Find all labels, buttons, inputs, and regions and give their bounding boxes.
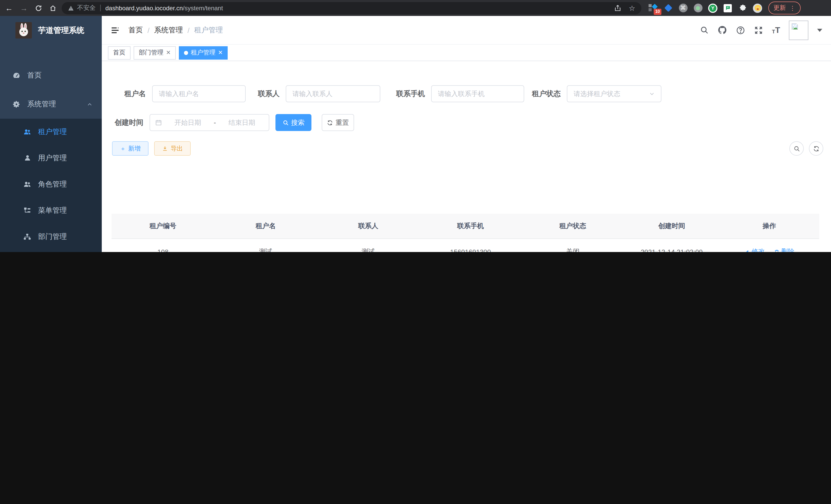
sidebar-item-role[interactable]: 角色管理	[0, 171, 102, 197]
sitemap-icon	[23, 233, 32, 241]
search-button[interactable]: 搜索	[276, 114, 311, 131]
col-contact: 联系人	[317, 214, 419, 239]
tenant-name-input[interactable]	[152, 85, 246, 102]
date-range-picker[interactable]: 开始日期 - 结束日期	[149, 114, 269, 131]
sidebar-item-label: 首页	[27, 71, 41, 80]
update-label: 更新	[773, 4, 786, 12]
browser-toolbar: ← → 不安全 dashboard.yudao.iocoder.cn/syste…	[0, 0, 831, 16]
sidebar-item-label: 菜单管理	[38, 206, 67, 215]
url-bar[interactable]: 不安全 dashboard.yudao.iocoder.cn/system/te…	[62, 2, 641, 14]
date-end-placeholder: 结束日期	[220, 118, 264, 127]
status-select[interactable]: 请选择租户状态	[567, 85, 661, 102]
date-start-placeholder: 开始日期	[166, 118, 210, 127]
user-avatar[interactable]	[789, 20, 808, 40]
reset-label: 重置	[336, 118, 349, 127]
github-icon[interactable]	[717, 25, 727, 35]
cell-status: 关闭	[522, 239, 624, 252]
font-size-icon[interactable]: TT	[772, 26, 780, 34]
chevron-up-icon	[87, 101, 92, 107]
extension-record-icon[interactable]	[693, 3, 703, 12]
security-label: 不安全	[77, 4, 95, 12]
url-path: /system/tenant	[183, 4, 223, 11]
sidebar-item-system[interactable]: 系统管理	[0, 90, 102, 119]
status-placeholder: 请选择租户状态	[574, 89, 620, 98]
broken-image-icon	[791, 22, 799, 30]
download-icon	[162, 145, 168, 152]
extension-command-icon[interactable]: ⌘	[678, 3, 688, 12]
back-icon[interactable]: ←	[5, 0, 13, 16]
edit-button[interactable]: 修改	[744, 247, 765, 252]
tab-dept[interactable]: 部门管理 ✕	[134, 46, 176, 59]
content: 租户名 联系人 联系手机 租户状态	[102, 62, 831, 252]
add-button[interactable]: ＋ 新增	[112, 141, 148, 156]
url-divider	[100, 5, 101, 11]
delete-button[interactable]: 删除	[774, 247, 795, 252]
contact-input[interactable]	[286, 85, 380, 102]
extension-grid-icon[interactable]: 10	[649, 3, 658, 12]
extension-kite-icon[interactable]	[663, 3, 673, 12]
filter-label-status: 租户状态	[532, 89, 561, 98]
browser-menu-icon[interactable]: ⋮	[790, 5, 796, 11]
warning-icon	[68, 5, 74, 11]
tab-tenant[interactable]: 租户管理 ✕	[179, 46, 228, 59]
table-search-toggle-button[interactable]	[790, 141, 804, 156]
profile-avatar-icon[interactable]	[753, 3, 762, 12]
security-indicator[interactable]: 不安全	[68, 4, 95, 12]
col-status: 租户状态	[522, 214, 624, 239]
browser-update-button[interactable]: 更新 ⋮	[768, 2, 801, 14]
filter-label-phone: 联系手机	[396, 89, 425, 98]
sidebar-item-label: 部门管理	[38, 232, 67, 241]
tab-label: 租户管理	[191, 48, 215, 57]
extension-puzzle-icon[interactable]	[738, 3, 747, 12]
calendar-icon	[155, 119, 162, 126]
cell-id: 108	[112, 239, 214, 252]
export-button[interactable]: 导出	[154, 141, 191, 156]
navbar: 首页 / 系统管理 / 租户管理	[102, 16, 831, 44]
cell-contact: 测试	[317, 239, 419, 252]
fullscreen-icon[interactable]	[754, 25, 763, 35]
dashboard-icon	[12, 71, 21, 80]
extension-badge: 10	[654, 8, 661, 14]
bookmark-star-icon[interactable]: ☆	[629, 4, 635, 12]
help-icon[interactable]	[736, 25, 745, 35]
url-text[interactable]: dashboard.yudao.iocoder.cn/system/tenant	[105, 4, 223, 11]
sidebar-item-label: 租户管理	[38, 127, 67, 137]
home-icon[interactable]	[49, 4, 57, 11]
reset-button[interactable]: 重置	[322, 114, 354, 131]
close-icon[interactable]: ✕	[218, 49, 223, 56]
col-phone: 联系手机	[419, 214, 522, 239]
hamburger-icon[interactable]	[111, 25, 120, 35]
sidebar-item-dept[interactable]: 部门管理	[0, 224, 102, 250]
sidebar-item-user[interactable]: 用户管理	[0, 145, 102, 171]
breadcrumb-home[interactable]: 首页	[128, 25, 143, 35]
sidebar-item-tenant[interactable]: 租户管理	[0, 119, 102, 145]
trash-icon	[774, 249, 780, 252]
tab-label: 首页	[113, 48, 125, 57]
col-tenant-name: 租户名	[214, 214, 317, 239]
sidebar-item-menu[interactable]: 菜单管理	[0, 197, 102, 224]
plus-icon: ＋	[120, 145, 126, 152]
tags-view: 首页 部门管理 ✕ 租户管理 ✕	[102, 44, 831, 61]
extension-y-icon[interactable]: Y	[708, 3, 717, 12]
reload-icon[interactable]	[35, 4, 42, 11]
sidebar-item-post[interactable]: 岗位管理	[0, 250, 102, 252]
close-icon[interactable]: ✕	[166, 49, 171, 56]
extension-chat-icon[interactable]	[723, 3, 732, 12]
search-icon	[793, 145, 800, 152]
sidebar-item-home[interactable]: 首页	[0, 61, 102, 90]
tab-home[interactable]: 首页	[108, 46, 131, 59]
share-icon[interactable]	[614, 4, 622, 11]
search-icon[interactable]	[700, 26, 709, 34]
avatar-caret-icon[interactable]	[817, 29, 822, 32]
app-title: 芋道管理系统	[38, 25, 84, 35]
table-refresh-button[interactable]	[809, 141, 823, 156]
logo-row[interactable]: 芋道管理系统	[0, 16, 102, 45]
chevron-down-icon	[649, 91, 655, 97]
refresh-icon	[327, 119, 333, 126]
main-panel: 首页 / 系统管理 / 租户管理	[102, 16, 831, 252]
forward-icon[interactable]: →	[20, 0, 28, 16]
breadcrumb-system[interactable]: 系统管理	[154, 25, 183, 35]
users-icon	[23, 180, 32, 188]
filter-label-contact: 联系人	[258, 89, 280, 98]
table-header-row: 租户编号 租户名 联系人 联系手机 租户状态 创建时间 操作	[112, 214, 819, 239]
